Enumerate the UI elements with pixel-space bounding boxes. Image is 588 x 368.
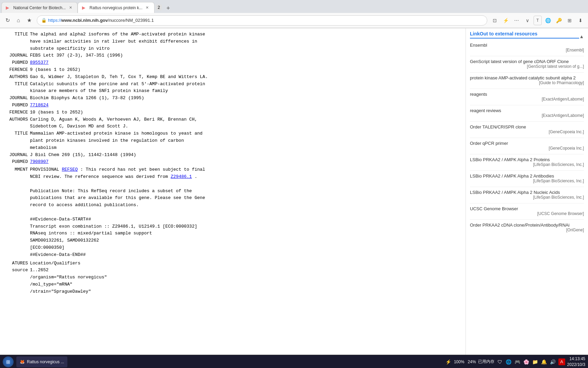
mem-label: 已用内存 (478, 359, 494, 365)
taskbar-gpu-icon[interactable]: 🎮 (514, 358, 521, 365)
samd-row: SAMD00132261, SAMD00132262 (4, 237, 461, 244)
tab-1[interactable]: ▶ National Center for Biotech... ✕ (1, 2, 78, 13)
sidebar-item-8[interactable]: LSBio PRKAA2 / AMPK Alpha 2 Antibodies [… (470, 173, 584, 184)
authors-row-3: AUTHORS Carling D, Aguan K, Woods A, Ver… (4, 116, 461, 123)
download-button[interactable]: ⬇ (576, 16, 585, 25)
ext1-button[interactable]: 🌐 (543, 16, 553, 25)
evidence-end-row: ##Evidence-Data-END## (4, 251, 461, 259)
secure-icon: 🔒 (41, 18, 47, 23)
sidebar-item-7[interactable]: LSBio PRKAA2 / AMPK Alpha 2 Proteins [Li… (470, 156, 584, 168)
sidebar-item-10[interactable]: UCSC Genome Browser [UCSC Genome Browser… (470, 205, 584, 217)
ference-label-1: FERENCE (4, 66, 30, 74)
pub-note-val-2: publications that are available for this… (30, 195, 461, 202)
title-row-2a: TITLE Catalytic subunits of the porcine … (4, 81, 461, 88)
tab-2[interactable]: ▶ Rattus norvegicus protein k... ✕ (78, 2, 154, 13)
sidebar-item-11[interactable]: Order PRKAA2 cDNA clone/Protein/Antibody… (470, 222, 584, 233)
journal-row-1: JOURNAL FEBS Lett 397 (2-3), 347-351 (19… (4, 52, 461, 59)
sidebar-item-3[interactable]: reagents [ExactAntigen/Labome] (470, 91, 584, 102)
tab-1-icon: ▶ (6, 5, 11, 11)
title-label: TITLE (4, 31, 30, 38)
sidebar-item-3-provider: [ExactAntigen/Labome] (542, 97, 584, 102)
sidebar-item-1[interactable]: GenScript latest version of gene cDNA OR… (470, 58, 584, 70)
sidebar-scroll-up[interactable]: ▲ (579, 34, 584, 39)
strain-row: /strain="SpragueDawley" (4, 288, 461, 295)
sidebar-item-7-provider: [LifeSpan BioSciences, Inc.] (533, 162, 584, 167)
sidebar-item-6[interactable]: Order qPCR primer [GeneCopoeia Inc.] (470, 140, 584, 151)
taskbar: ⊞ 🦊 Rattus norvegicus ... ⚡ 100% 24% 已用内… (0, 355, 588, 368)
pub-note-label2 (4, 195, 30, 202)
taskbar-ime-icon[interactable]: A (558, 358, 565, 365)
sidebar-item-0[interactable]: Ensembl [Ensembl] (470, 42, 584, 53)
tab-2-label: Rattus norvegicus protein k... (89, 5, 142, 10)
blank-row-2 (4, 209, 461, 216)
taskbar-notification-icon[interactable]: 🔔 (541, 358, 548, 365)
sidebar-item-11-main: Order PRKAA2 cDNA clone/Protein/Antibody… (470, 223, 570, 228)
home-button[interactable]: ⌂ (14, 16, 23, 25)
ext3-button[interactable]: ⊞ (565, 16, 574, 25)
taskbar-app-1[interactable]: 🦊 Rattus norvegicus ... (16, 356, 67, 367)
pubmed-link-3[interactable]: 7908907 (30, 158, 461, 166)
content-pane[interactable]: TITLE The alpha1 and alpha2 isoforms of … (0, 28, 466, 355)
taskbar-clock[interactable]: 14:13:45 2022/10/3 (567, 356, 585, 368)
pub-note-val-3: record to access additional publications… (30, 202, 461, 209)
pub-note-val-1: Publication Note: This RefSeq record inc… (30, 188, 461, 195)
sidebar-item-9-provider: [LifeSpan BioSciences, Inc.] (533, 195, 584, 200)
sidebar-item-5-provider: [GeneCopoeia Inc.] (549, 129, 584, 134)
pubmed-row-1: PUBMED 8955377 (4, 59, 461, 66)
tab-2-icon: ▶ (82, 5, 87, 11)
tab-1-label: National Center for Biotech... (13, 5, 66, 10)
taskbar-battery-icon: ⚡ (445, 358, 452, 365)
sidebar-item-2[interactable]: protein kinase AMP-activated catalytic s… (470, 75, 584, 86)
chevron-button[interactable]: ∨ (523, 16, 532, 25)
address-bar[interactable]: 🔒 https://www.ncbi.nlm.nih.gov/nuccore/N… (37, 15, 487, 26)
screenshot-button[interactable]: ⊡ (490, 16, 500, 25)
rnaseq-label (4, 230, 30, 237)
evidence-start-label (4, 216, 30, 223)
sidebar-item-10-main: UCSC Genome Browser (470, 206, 518, 211)
reload-button[interactable]: ↻ (3, 16, 12, 25)
sidebar-item-0-provider: [Ensembl] (566, 48, 584, 52)
transcript-val: Transcript exon combination :: Z29486.1,… (30, 223, 461, 230)
title-val-2b: kinase are members of the SNF1 protein k… (30, 88, 461, 95)
ext2-button[interactable]: 🔑 (554, 16, 564, 25)
evidence-end-val: ##Evidence-Data-END## (30, 251, 461, 259)
sidebar-item-4[interactable]: reagent reviews [ExactAntigen/Labome] (470, 107, 584, 119)
refseq-after: : This record has not yet been subject t… (80, 167, 205, 172)
sidebar-item-5[interactable]: Order TALEN/CRISPR clone [GeneCopoeia In… (470, 124, 584, 135)
comment-blank-val (30, 181, 461, 188)
sidebar-item-6-provider: [GeneCopoeia Inc.] (549, 146, 584, 151)
journal-val-3: J Biol Chem 269 (15), 11442-11448 (1994) (30, 152, 461, 159)
taskbar-volume-icon[interactable]: 🔊 (550, 358, 556, 365)
pub-note-1: Publication Note: This RefSeq record inc… (4, 188, 461, 195)
title-row-1: TITLE The alpha1 and alpha2 isoforms of … (4, 31, 461, 38)
content-block: TITLE The alpha1 and alpha2 isoforms of … (4, 31, 461, 295)
sidebar-item-2-main: protein kinase AMP-activated catalytic s… (470, 75, 576, 80)
rnaseq-row: RNAseq introns :: mixed/partial sample s… (4, 230, 461, 237)
evidence-end-label (4, 251, 30, 259)
taskbar-network-icon[interactable]: 🌐 (505, 358, 512, 365)
title-label-3b (4, 137, 30, 144)
taskbar-start-button[interactable]: ⊞ (3, 356, 14, 367)
sidebar-sep-0 (470, 56, 584, 56)
sidebar-item-9[interactable]: LSBio PRKAA2 / AMPK Alpha 2 Nucleic Acid… (470, 189, 584, 200)
pubmed-link-1[interactable]: 8955377 (30, 59, 461, 66)
title-row-3a: TITLE Mammalian AMP-activated protein ki… (4, 130, 461, 137)
sidebar-item-3-main: reagents (470, 92, 487, 97)
sidebar-sep-8 (470, 187, 584, 187)
taskbar-browser-icon[interactable]: 🌸 (523, 358, 530, 365)
sidebar-item-8-provider: [LifeSpan BioSciences, Inc.] (533, 179, 584, 183)
more-button[interactable]: ⋯ (512, 16, 521, 25)
translate-button[interactable]: T (534, 16, 542, 25)
z229486-link[interactable]: Z29486.1 (170, 174, 192, 179)
comment-provisional-row: MMENT PROVISIONAL REFSEQ : This record h… (4, 166, 461, 173)
extensions-button[interactable]: ⚡ (501, 16, 510, 25)
taskbar-files-icon[interactable]: 📁 (532, 358, 539, 365)
pubmed-link-2[interactable]: 7718624 (30, 102, 461, 109)
taskbar-shield-icon[interactable]: 🛡 (496, 358, 503, 365)
star-button[interactable]: ★ (24, 16, 34, 25)
tab-2-close[interactable]: ✕ (145, 5, 150, 11)
refseq-link[interactable]: REFSEQ (62, 167, 78, 172)
tab-1-close[interactable]: ✕ (68, 5, 73, 11)
title-val-1: The alpha1 and alpha2 isoforms of the AM… (30, 31, 461, 38)
new-tab-button[interactable]: + (163, 3, 173, 13)
